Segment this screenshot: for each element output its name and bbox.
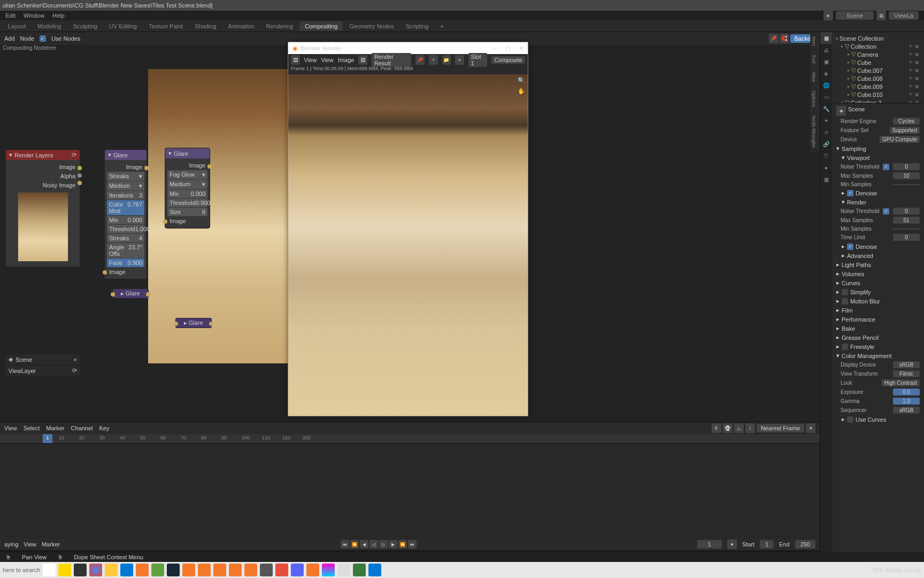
section-motion-blur[interactable]: ▸Motion Blur bbox=[836, 296, 920, 306]
normalize-icon[interactable]: △ bbox=[734, 423, 744, 433]
socket-label[interactable]: Image bbox=[189, 162, 205, 169]
snap-icon[interactable]: 🧲 bbox=[780, 34, 789, 43]
props-tab-output[interactable]: 🖨 bbox=[820, 44, 832, 56]
glare-quality[interactable]: Medium▾ bbox=[107, 181, 144, 191]
app-icon-8[interactable] bbox=[353, 564, 366, 576]
glare-type[interactable]: Streaks▾ bbox=[107, 172, 144, 181]
collapse-icon[interactable]: ▾ bbox=[9, 151, 12, 158]
app-icon-9[interactable] bbox=[368, 564, 381, 576]
props-tab-world[interactable]: 🌐 bbox=[820, 79, 832, 91]
tab-compositing[interactable]: Compositing bbox=[299, 21, 343, 31]
tab-options[interactable]: Options bbox=[810, 86, 818, 111]
blender-icon-6[interactable] bbox=[244, 564, 257, 576]
render-result[interactable]: Render Result bbox=[372, 53, 412, 67]
props-tab-object[interactable]: ▭ bbox=[820, 91, 832, 103]
output-socket[interactable] bbox=[146, 292, 150, 296]
r-noise-check[interactable]: ✓ bbox=[883, 208, 889, 215]
glare2-size[interactable]: Size8 bbox=[167, 208, 207, 216]
tree-item[interactable]: ▸▽Collection 2👁▣ bbox=[835, 98, 921, 103]
menu-view[interactable]: View bbox=[304, 57, 317, 63]
props-tab-scene[interactable]: ◈ bbox=[820, 67, 832, 79]
only-selected-icon[interactable]: ↕ bbox=[745, 423, 755, 433]
tab-animation[interactable]: Animation bbox=[223, 21, 260, 31]
output-socket[interactable] bbox=[209, 322, 213, 326]
exposure[interactable]: 0.0 bbox=[893, 389, 920, 396]
maximize-icon[interactable]: ▢ bbox=[505, 45, 511, 52]
tab-add[interactable]: + bbox=[435, 21, 449, 31]
node-glare-4[interactable]: ▸ Glare bbox=[175, 318, 212, 328]
new-icon[interactable]: + bbox=[429, 55, 438, 65]
chrome-icon[interactable] bbox=[89, 564, 102, 576]
props-tab-texture[interactable]: ▦ bbox=[820, 173, 832, 185]
glare-threshold[interactable]: Threshold1.000 bbox=[107, 225, 144, 233]
tree-item[interactable]: ▸▽Cube👁▣ bbox=[835, 58, 921, 66]
glare2-type[interactable]: Fog Glow▾ bbox=[167, 170, 207, 179]
blender-icon-5[interactable] bbox=[229, 564, 242, 576]
blender-icon-3[interactable] bbox=[198, 564, 211, 576]
scene-icon[interactable]: ◈ bbox=[823, 11, 833, 20]
filter-icon[interactable]: ⚲ bbox=[712, 423, 721, 433]
sequencer[interactable]: sRGB bbox=[893, 407, 920, 414]
props-tab-material[interactable]: ● bbox=[820, 162, 832, 173]
frame-next-icon[interactable]: ▶ bbox=[389, 540, 397, 549]
look[interactable]: High Contrast bbox=[882, 379, 920, 386]
menu-window[interactable]: Window bbox=[24, 12, 44, 19]
section-volumes[interactable]: ▸Volumes bbox=[836, 269, 920, 278]
tree-item[interactable]: ▸▽Camera👁▣ bbox=[835, 50, 921, 58]
glare-fade[interactable]: Fade0.900 bbox=[107, 258, 144, 267]
collapse-icon[interactable]: ▾ bbox=[108, 151, 111, 158]
tab-texture[interactable]: Texture Paint bbox=[143, 21, 188, 31]
socket-label[interactable]: Image bbox=[109, 269, 126, 275]
section-bake[interactable]: ▸Bake bbox=[836, 324, 920, 333]
play-icon[interactable]: ▷ bbox=[379, 540, 388, 549]
r-min-samples[interactable] bbox=[893, 229, 920, 230]
glare-colormod[interactable]: Color Mod0.767 bbox=[107, 200, 144, 215]
vp-max-samples[interactable]: 10 bbox=[893, 172, 920, 179]
glare-mix[interactable]: Mix0.000 bbox=[107, 216, 144, 224]
device[interactable]: GPU Compute bbox=[880, 136, 920, 143]
menu-playing[interactable]: aying bbox=[4, 541, 18, 547]
steam-icon[interactable] bbox=[167, 564, 180, 576]
props-tab-modifier[interactable]: 🔧 bbox=[820, 103, 832, 115]
menu-view[interactable]: View bbox=[24, 541, 36, 547]
tree-item[interactable]: ▸▽Cube.009👁▣ bbox=[835, 82, 921, 90]
zoom-icon[interactable]: 🔍 bbox=[518, 77, 525, 84]
menu-select[interactable]: Select bbox=[24, 425, 40, 431]
viewlayer-name-header[interactable]: ViewLa bbox=[889, 11, 919, 20]
props-tab-constraint[interactable]: 🔗 bbox=[820, 138, 832, 150]
input-socket[interactable] bbox=[103, 270, 107, 275]
pin-icon[interactable]: 📌 bbox=[769, 34, 779, 43]
gamma[interactable]: 1.0 bbox=[893, 398, 920, 405]
editor-type-icon[interactable]: 🖼 bbox=[291, 55, 300, 65]
section-grease-pencil[interactable]: ▸Grease Pencil bbox=[836, 333, 920, 342]
pin-icon[interactable]: 📌 bbox=[415, 55, 425, 65]
glare2-quality[interactable]: Medium▾ bbox=[167, 180, 207, 189]
section-freestyle[interactable]: ▸Freestyle bbox=[836, 342, 920, 351]
menu-edit[interactable]: Edit bbox=[5, 12, 16, 19]
menu-node[interactable]: Node bbox=[20, 35, 34, 42]
menu-view2[interactable]: View bbox=[321, 57, 334, 63]
frame-dropdown[interactable]: Nearest Frame bbox=[757, 424, 804, 432]
props-tab-particle[interactable]: ✦ bbox=[820, 115, 832, 126]
viewlayer-row[interactable]: ViewLayer ⟳ bbox=[5, 366, 80, 376]
node-render-layers[interactable]: ▾ Render Layers ⟳ Image Alpha Noisy Imag… bbox=[5, 149, 80, 267]
tab-uv[interactable]: UV Editing bbox=[104, 21, 142, 31]
socket-label[interactable]: Image bbox=[170, 218, 186, 224]
weather-widget[interactable]: 79°F Mostly cloudy bbox=[872, 567, 921, 573]
close-icon[interactable]: × bbox=[455, 55, 464, 65]
input-socket[interactable] bbox=[163, 219, 167, 224]
end-frame[interactable]: 250 bbox=[795, 540, 815, 549]
r-time-limit[interactable]: 0 bbox=[893, 234, 920, 241]
app-icon-3[interactable] bbox=[120, 564, 133, 576]
vp-min-samples[interactable] bbox=[893, 184, 920, 185]
jump-start-icon[interactable]: ⏮ bbox=[341, 540, 349, 549]
section-film[interactable]: ▸Film bbox=[836, 306, 920, 315]
feature-set[interactable]: Supported bbox=[890, 127, 920, 134]
socket-image[interactable]: Image bbox=[59, 164, 75, 170]
render-titlebar[interactable]: ◉ Blender Render — ▢ ✕ bbox=[288, 42, 528, 54]
discord-icon[interactable] bbox=[291, 564, 304, 576]
tab-tool[interactable]: Tool bbox=[810, 50, 818, 68]
socket-label[interactable]: Image bbox=[126, 164, 142, 170]
props-tab-physics[interactable]: ⚛ bbox=[820, 126, 832, 138]
section-viewport[interactable]: ▾Viewport bbox=[842, 153, 920, 162]
